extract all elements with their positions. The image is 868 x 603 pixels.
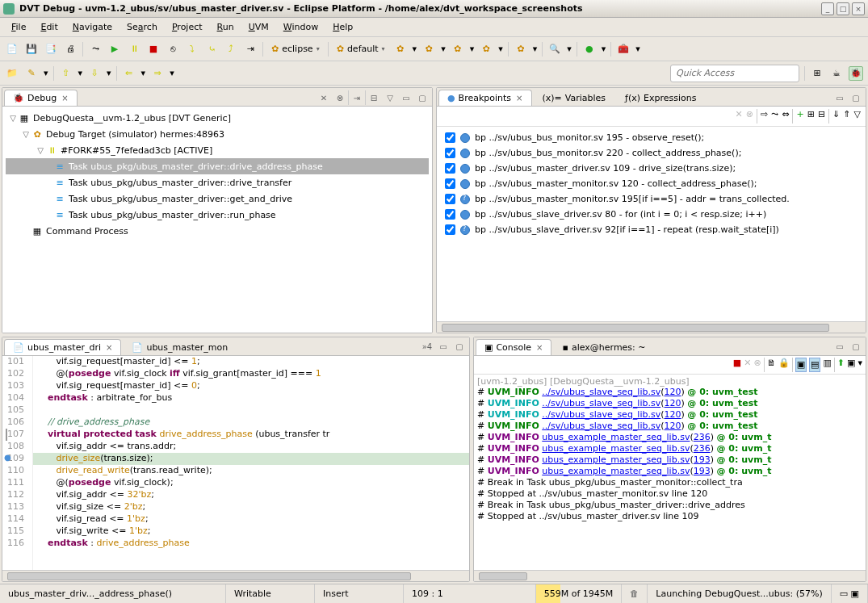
maximize-icon[interactable]: ▢: [416, 91, 429, 104]
terminate-icon[interactable]: ■: [146, 42, 161, 57]
remove-icon[interactable]: ✕: [317, 91, 330, 104]
java-perspective-icon[interactable]: ☕: [829, 66, 844, 81]
add-bp-icon[interactable]: +: [796, 109, 803, 124]
close-button[interactable]: ×: [852, 2, 865, 15]
gear5-icon[interactable]: ✿: [514, 42, 528, 57]
skip-bp-icon[interactable]: ⤳: [771, 109, 778, 124]
gear4-icon[interactable]: ✿: [479, 42, 493, 57]
breakpoint-checkbox[interactable]: [445, 178, 455, 189]
drop-to-frame-icon[interactable]: ⇥: [243, 42, 258, 57]
collapse-icon[interactable]: ⊟: [818, 109, 825, 124]
breakpoint-row[interactable]: bp ../sv/ubus_bus_monitor.sv 195 - obser…: [440, 130, 862, 145]
breakpoint-checkbox[interactable]: [445, 224, 455, 235]
menu-search[interactable]: Search: [120, 19, 164, 35]
open-perspective-icon[interactable]: ⊞: [810, 66, 824, 81]
wand-icon[interactable]: ✎: [24, 66, 39, 81]
step-return-icon[interactable]: ⤴: [224, 42, 238, 57]
maximize-icon[interactable]: ▢: [849, 91, 862, 104]
show-console-icon[interactable]: ▤: [809, 358, 820, 372]
minimize-button[interactable]: _: [821, 2, 834, 15]
maximize-icon[interactable]: ▢: [453, 341, 466, 354]
debug-perspective-icon[interactable]: 🐞: [849, 66, 863, 81]
menu-edit[interactable]: Edit: [34, 19, 64, 35]
close-icon[interactable]: ×: [61, 94, 68, 103]
remove-launch-icon[interactable]: ✕: [744, 358, 751, 372]
expand-icon[interactable]: ⊞: [807, 109, 815, 124]
remove-all-bp-icon[interactable]: ⊗: [746, 109, 753, 124]
breakpoint-checkbox[interactable]: [445, 132, 455, 143]
perspective-default[interactable]: ✿default▾: [333, 44, 388, 54]
minimize-icon[interactable]: ▭: [437, 341, 450, 354]
view-menu-icon[interactable]: ▽: [854, 109, 861, 124]
tab-editor-active[interactable]: 📄 ubus_master_dri ×: [4, 339, 121, 355]
remove-all-launch-icon[interactable]: ⊗: [753, 358, 761, 372]
resume-icon[interactable]: ▶: [107, 42, 122, 57]
breakpoint-checkbox[interactable]: [445, 209, 455, 220]
search-icon[interactable]: 🔍: [547, 42, 562, 57]
tab-variables[interactable]: (x)=Variables: [534, 90, 615, 106]
scroll-lock-icon[interactable]: 🔒: [778, 358, 790, 372]
gc-icon[interactable]: 🗑: [622, 584, 648, 603]
menu-uvm[interactable]: UVM: [242, 19, 275, 35]
maximize-button[interactable]: □: [837, 2, 849, 15]
new-project-icon[interactable]: 📁: [5, 66, 19, 81]
stack-frame[interactable]: ≡Task ubus_pkg/ubus_master_driver::run_p…: [6, 207, 429, 223]
breakpoint-row[interactable]: bp ../sv/ubus_master_driver.sv 109 - dri…: [440, 161, 862, 176]
console-output[interactable]: [uvm-1.2_ubus] [DebugQuesta__uvm-1.2_ubu…: [474, 375, 866, 571]
menu-file[interactable]: File: [5, 19, 32, 35]
import-bp-icon[interactable]: ⇓: [832, 109, 840, 124]
tab-console[interactable]: ▣ Console ×: [476, 339, 551, 355]
print-icon[interactable]: 🖨: [63, 42, 78, 57]
goto-bp-icon[interactable]: ⇨: [761, 109, 768, 124]
save-all-icon[interactable]: 📑: [44, 42, 58, 57]
open-console-icon[interactable]: ⬆: [837, 358, 845, 372]
quick-access-input[interactable]: [670, 65, 799, 82]
run-icon[interactable]: ●: [582, 42, 597, 57]
prev-annotation-icon[interactable]: ⇧: [59, 66, 73, 81]
minimize-icon[interactable]: ▭: [400, 91, 413, 104]
stack-frame[interactable]: ≡Task ubus_pkg/ubus_master_driver::drive…: [6, 174, 429, 191]
breakpoint-checkbox[interactable]: [445, 148, 455, 158]
remove-bp-icon[interactable]: ✕: [736, 109, 743, 124]
tab-breakpoints[interactable]: ● Breakpoints ×: [438, 90, 532, 106]
status-memory[interactable]: 559M of 1945M: [536, 584, 623, 603]
stack-frame-selected[interactable]: ≡Task ubus_pkg/ubus_master_driver::drive…: [6, 158, 429, 174]
back-icon[interactable]: ⇐: [122, 66, 136, 81]
link-bp-icon[interactable]: ⇔: [782, 109, 789, 124]
stack-frame[interactable]: ≡Task ubus_pkg/ubus_master_driver::get_a…: [6, 191, 429, 207]
disconnect-icon[interactable]: ⎋: [166, 42, 180, 57]
forward-icon[interactable]: ⇒: [150, 66, 165, 81]
minimize-icon[interactable]: ▭: [833, 91, 846, 104]
breakpoint-checkbox[interactable]: [445, 163, 455, 174]
maximize-icon[interactable]: ▢: [849, 341, 862, 354]
breakpoints-list[interactable]: bp ../sv/ubus_bus_monitor.sv 195 - obser…: [437, 127, 866, 321]
breakpoint-row[interactable]: bp ../sv/ubus_master_monitor.sv 195[if i…: [440, 191, 862, 207]
next-annotation-icon[interactable]: ⇩: [87, 66, 102, 81]
step-into-icon[interactable]: ⤵: [185, 42, 199, 57]
save-icon[interactable]: 💾: [24, 42, 39, 57]
tab-debug[interactable]: 🐞 Debug ×: [4, 90, 78, 106]
minimize-icon[interactable]: ▭: [833, 341, 846, 354]
new-console-icon[interactable]: ▣: [847, 358, 855, 372]
menu-navigate[interactable]: Navigate: [66, 19, 119, 35]
menu-window[interactable]: Window: [277, 19, 325, 35]
export-bp-icon[interactable]: ⇑: [843, 109, 850, 124]
terminate-console-icon[interactable]: ■: [733, 358, 741, 372]
progress-stop-icon[interactable]: ▭ ▣: [832, 584, 868, 603]
gear3-icon[interactable]: ✿: [451, 42, 465, 57]
close-icon[interactable]: ×: [536, 343, 543, 352]
step-filter-icon[interactable]: ⇥: [350, 91, 363, 104]
editor-overflow-icon[interactable]: »4: [421, 341, 434, 354]
clear-console-icon[interactable]: 🗎: [767, 358, 776, 372]
code-editor[interactable]: 1011021031041051061071081091101111121131…: [2, 356, 469, 571]
close-icon[interactable]: ×: [516, 94, 522, 103]
breakpoint-row[interactable]: bp ../sv/ubus_bus_monitor.sv 220 - colle…: [440, 145, 862, 161]
perspective-eclipse[interactable]: ✿eclipse▾: [268, 44, 323, 54]
external-tools-icon[interactable]: 🧰: [616, 42, 631, 57]
suspend-icon[interactable]: ⏸: [127, 42, 141, 57]
collapse-icon[interactable]: ⊟: [367, 91, 380, 104]
menu-project[interactable]: Project: [166, 19, 209, 35]
menu-help[interactable]: Help: [326, 19, 359, 35]
breakpoint-row[interactable]: bp ../sv/ubus_slave_driver.sv 92[if i==1…: [440, 222, 862, 237]
step-over-icon[interactable]: ⤿: [204, 42, 219, 57]
